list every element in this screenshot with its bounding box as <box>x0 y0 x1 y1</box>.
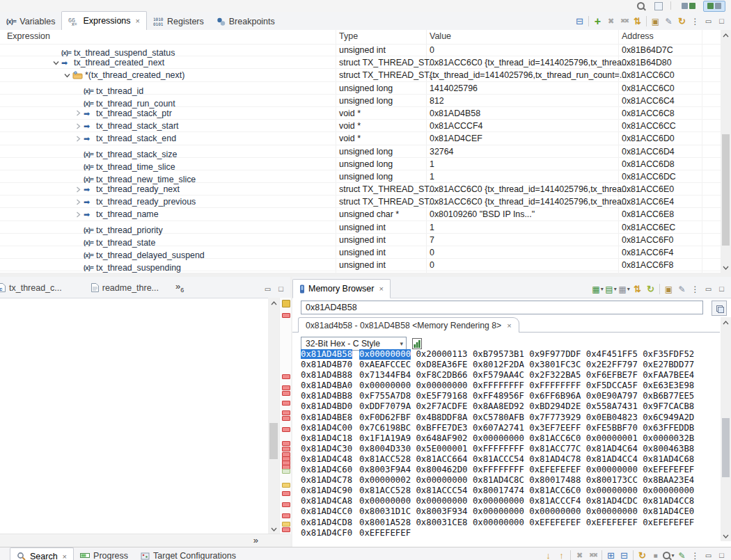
memory-cell[interactable]: 0x2F7ACDFE <box>416 401 467 412</box>
memory-address[interactable]: 0x81AD4C60 <box>301 465 359 475</box>
memory-address[interactable]: 0x81AD4CC0 <box>301 506 359 517</box>
memory-cell[interactable]: 0xFF48956F <box>473 391 524 401</box>
perspective-debug-icon[interactable] <box>703 1 725 11</box>
memory-cell[interactable]: 0x00000000 <box>416 496 467 506</box>
memory-cell[interactable]: 0xF579AA4C <box>473 370 524 381</box>
expressions-scrollbar[interactable] <box>721 30 731 273</box>
memory-cell[interactable]: 0x81ACCC54 <box>416 486 467 496</box>
memory-cell[interactable]: 0x0000032B <box>643 433 694 444</box>
memory-cell[interactable]: 0x00000000 <box>586 465 638 475</box>
memory-cell[interactable]: 0x8003F9A4 <box>359 465 411 475</box>
remove-all-matches-icon[interactable]: ✖✖ <box>586 550 599 560</box>
memory-address[interactable]: 0x81AD4CD8 <box>301 518 359 528</box>
expression-row[interactable]: (x)=tx_thread_suspend_statusunsigned int… <box>0 44 721 56</box>
editor-horizontal-scrollbar[interactable]: » <box>0 534 290 547</box>
memory-address-input[interactable] <box>301 301 703 314</box>
close-icon[interactable]: × <box>379 285 383 293</box>
error-mark[interactable] <box>282 502 290 507</box>
close-icon[interactable]: × <box>507 321 511 330</box>
memory-cell[interactable]: 0x9F7CACB8 <box>643 401 694 412</box>
bottom-tab-progress[interactable]: Progress <box>74 547 134 560</box>
memory-cell[interactable]: 0x1F1A19A9 <box>359 433 411 444</box>
memory-cell[interactable]: 0x81ACC6C0 <box>529 433 581 444</box>
editor-bottom-chevron[interactable]: » <box>253 535 258 545</box>
chevron-collapsed-icon[interactable] <box>72 123 84 129</box>
chevron-collapsed-icon[interactable] <box>72 136 84 142</box>
tab-memory-browser[interactable]: Memory Browser × <box>292 279 391 298</box>
minimize-icon[interactable]: ▭ <box>702 283 715 296</box>
memory-cell[interactable]: 0x81ACCC54 <box>473 454 524 465</box>
memory-cell[interactable]: 0x00000001 <box>586 433 638 444</box>
stop-search-icon[interactable]: ■ <box>649 550 662 560</box>
next-match-icon[interactable]: ↓ <box>542 550 555 560</box>
memory-address[interactable]: 0x81AD4C78 <box>301 475 359 486</box>
error-mark[interactable] <box>282 385 290 390</box>
memory-cell[interactable]: 0x00000000 <box>359 496 411 506</box>
memory-cell[interactable]: 0x8AA8ED92 <box>473 401 524 412</box>
memory-address[interactable]: 0x81AD4CA8 <box>301 496 359 506</box>
warning-mark[interactable] <box>282 522 290 527</box>
memory-cell[interactable]: 0x81ACC664 <box>416 454 467 465</box>
error-mark[interactable] <box>282 427 290 432</box>
memory-address[interactable]: 0x81AD4B58 <box>301 349 359 360</box>
memory-cell[interactable]: 0x80031CE8 <box>416 518 467 528</box>
memory-cell[interactable]: 0x6C949A2D <box>643 413 694 423</box>
format-select[interactable]: 32-Bit Hex - C Style ▾ <box>301 337 407 351</box>
memory-cell[interactable]: 0xC5780AFB <box>473 413 524 423</box>
previous-match-icon[interactable]: ↑ <box>555 550 568 560</box>
scroll-up-icon[interactable] <box>268 298 279 308</box>
memory-cell[interactable]: 0xF755A7D8 <box>359 391 411 401</box>
memory-address[interactable]: 0x81AD4C48 <box>301 454 359 465</box>
expression-row[interactable]: ➡tx_thread_stack_ptrvoid *0x81AD4B580x81… <box>0 107 721 120</box>
memory-cell[interactable]: 0x2F322BA5 <box>529 370 581 381</box>
expression-row[interactable]: ➡tx_thread_nameunsigned char *0x80109260… <box>0 208 721 221</box>
memory-cell[interactable]: 0xF5DCCA5F <box>586 381 638 391</box>
memory-cell[interactable]: 0x81AD4C8C <box>473 475 524 486</box>
editor-scrollbar[interactable] <box>268 298 279 534</box>
memory-cell[interactable]: 0x00000000 <box>586 506 638 517</box>
memory-address[interactable]: 0x81AD4B70 <box>301 360 359 370</box>
memory-cell[interactable]: 0xF0D62FBF <box>359 413 411 423</box>
collapse-all-icon[interactable]: ⊟ <box>573 15 586 28</box>
view-menu-icon[interactable]: ⋮ <box>689 15 702 28</box>
expression-row[interactable]: (x)=tx_thread_priorityunsigned int10x81A… <box>0 221 721 234</box>
scrollbar-thumb[interactable] <box>269 423 278 459</box>
scroll-down-icon[interactable] <box>721 531 731 541</box>
memory-cell[interactable]: 0x3801FC3C <box>529 360 581 370</box>
memory-cell[interactable]: 0x81ACC528 <box>359 486 411 496</box>
expression-row[interactable]: ➡tx_thread_stack_endvoid *0x81AD4CEF0x81… <box>0 132 721 145</box>
pin-view-icon[interactable]: ✎ <box>662 15 675 28</box>
perspective-other-icon[interactable] <box>678 1 699 11</box>
memory-cell[interactable]: 0x7C6198BC <box>359 423 411 433</box>
memory-cell[interactable]: 0x81AD4C78 <box>529 454 581 465</box>
memory-cell[interactable]: 0x00000000 <box>473 433 524 444</box>
chevron-collapsed-icon[interactable] <box>72 186 84 193</box>
memory-cell[interactable]: 0x4F451FF5 <box>586 349 638 360</box>
bottom-tab-search[interactable]: Search× <box>10 547 74 560</box>
memory-address[interactable]: 0x81AD4CF0 <box>301 528 359 538</box>
memory-cell[interactable]: 0x00000000 <box>473 518 524 528</box>
memory-cell[interactable]: 0xDDF7079A <box>359 401 411 412</box>
refresh-memory-icon[interactable]: ↻ <box>644 283 657 296</box>
memory-cell[interactable]: 0xB79573B1 <box>473 349 524 360</box>
warning-mark[interactable] <box>282 300 290 307</box>
maximize-icon[interactable]: □ <box>715 15 728 28</box>
memory-cell[interactable]: 0x00000000 <box>359 381 411 391</box>
view-menu-icon[interactable]: ⋮ <box>689 550 702 560</box>
error-mark[interactable] <box>282 374 290 379</box>
memory-cell[interactable]: 0x80017488 <box>529 475 581 486</box>
refresh-values-icon[interactable]: ⇅ <box>631 15 644 28</box>
new-rendering-icon[interactable]: ▣ <box>662 283 675 296</box>
memory-cell[interactable]: 0x8004D330 <box>359 444 411 454</box>
memory-cell[interactable]: 0x81ACC528 <box>359 454 411 465</box>
import-memory-icon[interactable]: ▦▾ <box>591 283 604 296</box>
chevron-collapsed-icon[interactable] <box>72 211 84 218</box>
scroll-up-icon[interactable] <box>721 317 731 328</box>
memory-address[interactable]: 0x81AD4C18 <box>301 433 359 444</box>
memory-cell[interactable]: 0x800462D0 <box>416 465 467 475</box>
memory-cell[interactable]: 0x81ACCCF4 <box>529 496 581 506</box>
error-mark[interactable] <box>282 313 290 318</box>
remove-expression-icon[interactable]: ✖ <box>604 15 618 28</box>
memory-cell[interactable]: 0x81AD4C68 <box>643 454 694 465</box>
column-address[interactable]: Address <box>622 31 654 41</box>
